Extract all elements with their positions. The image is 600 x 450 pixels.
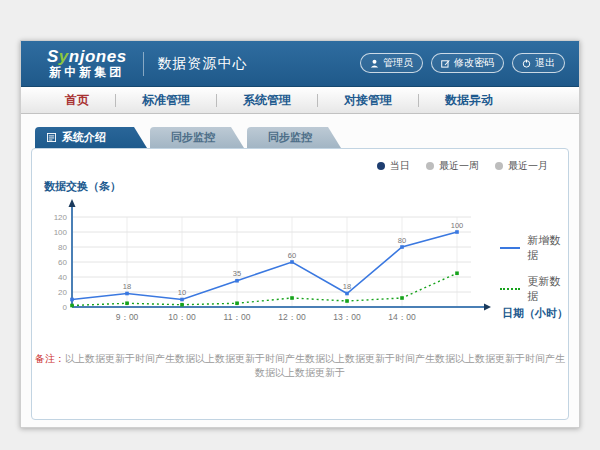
svg-text:12：00: 12：00 [278,312,306,322]
content-area: 系统介绍 同步监控 同步监控 当日 最近一周 [21,114,579,427]
svg-text:0: 0 [63,303,68,312]
nav-item-data-change[interactable]: 数据异动 [419,87,519,113]
tab-bar: 系统介绍 同步监控 同步监控 [35,127,579,148]
svg-text:18: 18 [123,282,131,291]
logout-button[interactable]: 退出 [512,53,565,73]
svg-text:80: 80 [58,243,67,252]
logo-wordmark: Synjones [47,48,127,66]
tab-sync-monitor-2[interactable]: 同步监控 [247,127,341,148]
user-actions: 管理员 修改密码 退出 [360,53,565,73]
svg-text:60: 60 [58,258,67,267]
svg-text:40: 40 [58,273,67,282]
document-icon [47,133,56,142]
header: Synjones 新中新集团 数据资源中心 管理员 修改密码 [21,41,579,87]
svg-text:9：00: 9：00 [116,312,139,322]
nav-item-system-mgmt[interactable]: 系统管理 [217,87,317,113]
footnote: 备注：以上数据更新于时间产生数据以上数据更新于时间产生数据以上数据更新于时间产生… [32,352,568,380]
footnote-prefix: 备注： [35,353,65,364]
main-nav: 首页 标准管理 系统管理 对接管理 数据异动 [21,87,579,114]
line-sample-solid [500,247,520,249]
header-divider [143,52,144,76]
svg-text:18: 18 [343,282,351,291]
brand-logo: Synjones 新中新集团 [47,48,127,78]
line-chart: 0204060801001209：0010：0011：0012：0013：001… [44,195,504,329]
svg-text:100: 100 [54,228,68,237]
svg-text:80: 80 [398,236,406,245]
filter-last-week[interactable]: 最近一周 [426,159,479,173]
filter-today[interactable]: 当日 [377,159,410,173]
svg-text:13：00: 13：00 [333,312,361,322]
radio-dot [426,162,434,170]
filter-last-month[interactable]: 最近一月 [495,159,548,173]
svg-text:14：00: 14：00 [388,312,416,322]
chart-legend: 新增数据 更新数据 [500,233,568,304]
legend-item-new-data: 新增数据 [500,233,568,263]
nav-item-home[interactable]: 首页 [39,87,115,113]
svg-text:100: 100 [451,221,464,230]
svg-text:35: 35 [233,269,241,278]
footnote-text: 以上数据更新于时间产生数据以上数据更新于时间产生数据以上数据更新于时间产生数据以… [65,353,565,378]
user-icon [370,59,379,68]
svg-text:60: 60 [288,251,296,260]
svg-text:10：00: 10：00 [168,312,196,322]
page-title: 数据资源中心 [158,55,248,73]
admin-user-button[interactable]: 管理员 [360,53,423,73]
change-password-button[interactable]: 修改密码 [431,53,504,73]
tab-sync-monitor-1[interactable]: 同步监控 [150,127,244,148]
x-axis-title: 日期（小时） [502,306,568,321]
power-icon [522,59,531,68]
time-range-filters: 当日 最近一周 最近一月 [377,159,548,173]
svg-text:11：00: 11：00 [224,312,251,322]
legend-item-updated-data: 更新数据 [500,274,568,304]
app-window: Synjones 新中新集团 数据资源中心 管理员 修改密码 [20,40,580,428]
radio-dot [495,162,503,170]
y-axis-title: 数据交换（条） [44,179,121,194]
tab-system-intro[interactable]: 系统介绍 [35,127,147,148]
logo-company-name: 新中新集团 [49,66,124,79]
chart-card: 当日 最近一周 最近一月 数据交换（条） 0204060801001209：00… [31,148,569,420]
nav-item-interface-mgmt[interactable]: 对接管理 [318,87,418,113]
svg-text:20: 20 [58,288,67,297]
line-sample-dotted [500,288,520,290]
nav-item-standard-mgmt[interactable]: 标准管理 [116,87,216,113]
radio-dot [377,162,385,170]
svg-text:10: 10 [178,288,186,297]
edit-icon [441,59,450,68]
svg-text:120: 120 [54,213,68,222]
